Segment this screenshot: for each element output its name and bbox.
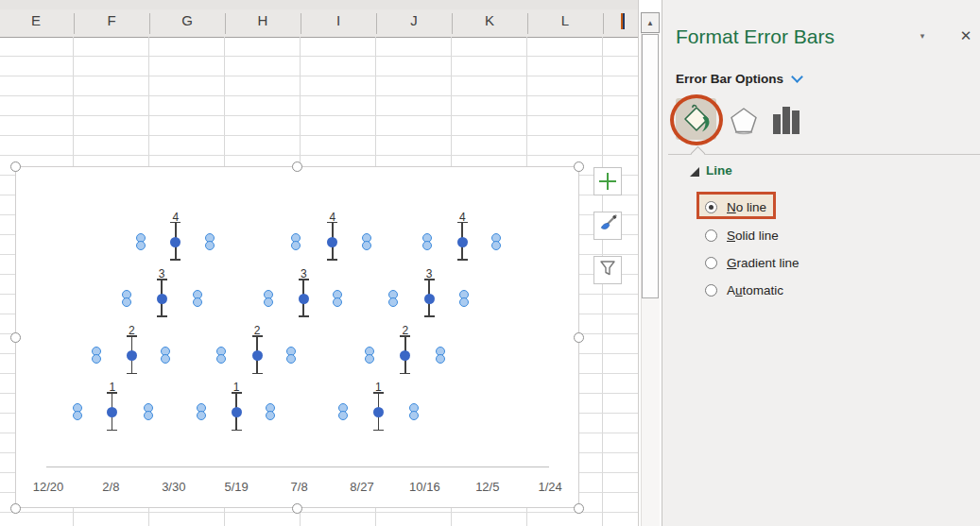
x-axis-label[interactable]: 1/24 <box>525 480 575 494</box>
x-axis-label[interactable]: 7/8 <box>275 480 324 494</box>
x-axis-label[interactable]: 3/30 <box>149 480 198 494</box>
paired-point-marker[interactable] <box>216 347 227 365</box>
paired-point-marker[interactable] <box>436 347 446 365</box>
column-header-F[interactable]: F <box>88 12 135 28</box>
data-point-marker[interactable] <box>424 294 435 304</box>
data-point-label[interactable]: 4 <box>322 211 343 224</box>
error-bar-cap-bottom <box>457 259 468 261</box>
paired-point-marker[interactable] <box>388 290 399 308</box>
data-point-marker[interactable] <box>107 407 117 417</box>
data-point-label[interactable]: 1 <box>368 381 388 394</box>
data-point-label[interactable]: 3 <box>419 267 439 280</box>
column-header-H[interactable]: H <box>239 12 286 28</box>
column-header-J[interactable]: J <box>390 12 438 28</box>
radio-option-automatic[interactable]: Automatic <box>705 282 783 298</box>
x-axis-label[interactable]: 2/8 <box>86 480 135 494</box>
radio-button[interactable] <box>705 201 717 213</box>
chart-styles-button[interactable] <box>593 212 622 240</box>
paired-point-marker[interactable] <box>197 403 207 421</box>
resize-handle-bottom-middle[interactable] <box>292 503 302 514</box>
data-point-marker[interactable] <box>252 350 263 361</box>
data-point-marker[interactable] <box>127 350 137 361</box>
scroll-up-button[interactable]: ▲ <box>641 12 660 33</box>
resize-handle-top-left[interactable] <box>10 161 21 172</box>
paired-point-marker[interactable] <box>205 233 215 251</box>
paired-point-marker[interactable] <box>338 403 349 421</box>
paired-point-marker[interactable] <box>286 347 297 365</box>
section-expand-triangle-icon[interactable] <box>690 167 699 177</box>
resize-handle-middle-left[interactable] <box>10 332 21 343</box>
column-header-L[interactable]: L <box>542 12 589 28</box>
column-header-K[interactable]: K <box>466 12 513 28</box>
data-point-label[interactable]: 2 <box>121 324 142 337</box>
column-header-I[interactable]: I <box>315 12 362 28</box>
chart[interactable]: 12/202/83/305/197/88/2710/1612/51/241112… <box>15 166 579 508</box>
radio-option-no-line[interactable]: No line <box>705 199 766 215</box>
line-section-title[interactable]: Line <box>706 163 732 178</box>
data-point-marker[interactable] <box>232 407 242 417</box>
tab-effects[interactable] <box>729 106 759 140</box>
data-point-label[interactable]: 3 <box>293 267 314 280</box>
paired-point-marker[interactable] <box>491 233 502 251</box>
x-axis-label[interactable]: 5/19 <box>212 480 261 494</box>
paired-point-marker[interactable] <box>365 347 375 365</box>
column-header-E[interactable]: E <box>12 12 60 28</box>
data-point-marker[interactable] <box>400 350 410 361</box>
x-axis-label[interactable]: 8/27 <box>337 480 387 494</box>
resize-handle-bottom-right[interactable] <box>574 503 584 514</box>
error-bar-options-dropdown[interactable]: Error Bar Options <box>676 72 801 86</box>
data-point-label[interactable]: 1 <box>102 381 123 394</box>
x-axis-label[interactable]: 12/20 <box>24 480 73 494</box>
data-point-marker[interactable] <box>157 294 167 304</box>
data-point-marker[interactable] <box>299 294 309 304</box>
resize-handle-middle-right[interactable] <box>574 332 584 343</box>
data-point-label[interactable]: 2 <box>247 324 267 337</box>
radio-button[interactable] <box>705 257 717 269</box>
data-point-label[interactable]: 4 <box>452 211 473 224</box>
pane-dropdown-button[interactable]: ▾ <box>912 31 933 48</box>
data-point-marker[interactable] <box>373 407 384 417</box>
resize-handle-bottom-left[interactable] <box>10 503 21 514</box>
paired-point-marker[interactable] <box>459 290 470 308</box>
pair-circle <box>205 241 215 250</box>
pair-circle <box>286 354 296 364</box>
plus-icon <box>599 173 616 190</box>
tab-error-bar-options[interactable] <box>772 106 802 140</box>
column-separator <box>603 13 604 34</box>
x-axis-label[interactable]: 12/5 <box>463 480 512 494</box>
chart-filters-button[interactable] <box>593 256 622 284</box>
paired-point-marker[interactable] <box>266 403 276 421</box>
paired-point-marker[interactable] <box>92 347 102 365</box>
resize-handle-top-middle[interactable] <box>292 161 302 172</box>
paired-point-marker[interactable] <box>161 347 171 365</box>
data-point-marker[interactable] <box>170 237 181 247</box>
paired-point-marker[interactable] <box>144 403 154 421</box>
tab-separator-line <box>668 154 980 155</box>
x-axis-label[interactable]: 10/16 <box>400 480 449 494</box>
paired-point-marker[interactable] <box>333 290 343 308</box>
paired-point-marker[interactable] <box>409 403 420 421</box>
paired-point-marker[interactable] <box>193 290 203 308</box>
radio-button[interactable] <box>705 229 717 242</box>
radio-button[interactable] <box>705 284 717 297</box>
pane-close-button[interactable]: ✕ <box>955 27 976 46</box>
paired-point-marker[interactable] <box>291 233 301 251</box>
data-point-marker[interactable] <box>457 237 468 247</box>
paired-point-marker[interactable] <box>122 290 132 308</box>
data-point-label[interactable]: 2 <box>395 324 416 337</box>
paired-point-marker[interactable] <box>422 233 433 251</box>
paired-point-marker[interactable] <box>136 233 146 251</box>
chart-elements-button[interactable] <box>593 167 622 195</box>
data-point-marker[interactable] <box>327 237 337 247</box>
data-point-label[interactable]: 4 <box>165 211 186 224</box>
column-header-G[interactable]: G <box>163 12 211 28</box>
data-point-label[interactable]: 1 <box>226 381 247 394</box>
data-point-label[interactable]: 3 <box>151 267 172 280</box>
scrollbar-thumb[interactable] <box>642 34 659 298</box>
radio-option-gradient-line[interactable]: Gradient line <box>705 255 799 271</box>
paired-point-marker[interactable] <box>73 403 83 421</box>
resize-handle-top-right[interactable] <box>574 161 584 172</box>
paired-point-marker[interactable] <box>362 233 372 251</box>
paired-point-marker[interactable] <box>264 290 274 308</box>
radio-option-solid-line[interactable]: Solid line <box>705 228 779 244</box>
